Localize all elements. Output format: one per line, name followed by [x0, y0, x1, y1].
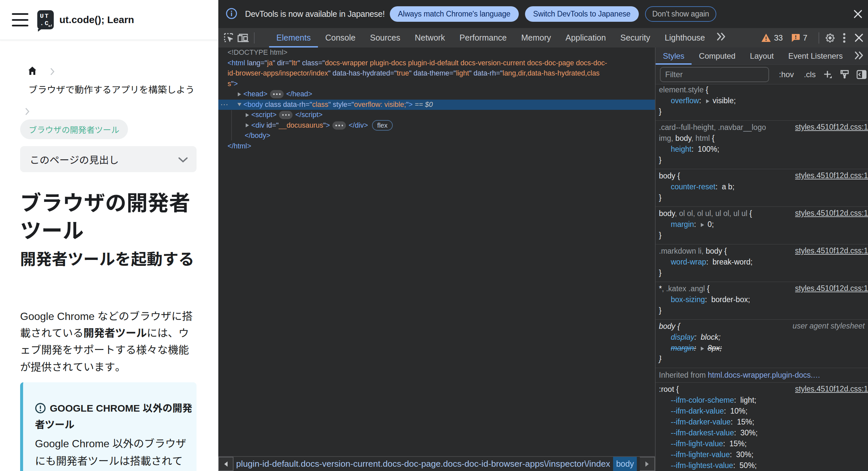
dom-node[interactable]: id-browser-apps/inspector/index" data-ha… [218, 68, 655, 79]
warnings-count[interactable]: 33 [761, 33, 783, 42]
sidebar-tab-layout[interactable]: Layout [743, 48, 781, 65]
dom-node[interactable]: <head></head> [218, 89, 655, 100]
devtools-tab-lighthouse[interactable]: Lighthouse [657, 28, 712, 48]
menu-button[interactable] [12, 13, 28, 26]
expand-arrow-icon[interactable] [243, 123, 251, 127]
issues-count[interactable]: 7 [791, 33, 807, 42]
settings-gear-icon[interactable] [823, 31, 837, 45]
device-toolbar-icon[interactable] [236, 31, 251, 45]
dom-node[interactable]: s"> [218, 79, 655, 89]
devtools-tab-performance[interactable]: Performance [452, 28, 514, 48]
stylesheet-link[interactable]: styles.4510f12d.css:1 [795, 123, 868, 132]
doc-content: ブラウザで動作するアプリを構築しよう ブラウザの開発者ツール このページの見出し… [0, 0, 218, 471]
sidebar-more-tabs-icon[interactable] [854, 52, 864, 61]
style-rule: styles.4510f12d.css:1.card--full-height,… [656, 121, 868, 169]
devtools-tab-network[interactable]: Network [408, 28, 453, 48]
dom-node[interactable]: </body> [218, 131, 655, 141]
stylesheet-link[interactable]: styles.4510f12d.css:1 [795, 209, 868, 218]
collapsed-content-icon[interactable] [270, 90, 284, 98]
infobar-close-icon[interactable] [854, 9, 862, 20]
css-declaration[interactable]: --ifm-light-value: 15%; [656, 438, 868, 449]
style-rule: element.style {overflow: visible;} [656, 85, 868, 121]
shorthand-expand-icon[interactable] [701, 223, 704, 227]
crumb-scroll-left-button[interactable] [218, 457, 234, 471]
css-declaration[interactable]: --ifm-color-scheme: light; [656, 395, 868, 406]
dom-node[interactable]: <!DOCTYPE html> [218, 48, 655, 58]
collapsed-content-icon[interactable] [279, 111, 292, 119]
stylesheet-link[interactable]: styles.4510f12d.css:1 [795, 385, 868, 394]
style-rules: element.style {overflow: visible;}styles… [656, 85, 868, 471]
rule-selector[interactable]: img, body, html { [656, 133, 868, 144]
sidebar-tab-event-listeners[interactable]: Event Listeners [781, 48, 850, 65]
devtools-close-icon[interactable] [851, 31, 866, 45]
styles-filter-input[interactable] [660, 67, 769, 82]
breadcrumb-home-link[interactable] [28, 66, 37, 77]
collapsed-content-icon[interactable] [333, 121, 346, 130]
stylesheet-link[interactable]: styles.4510f12d.css:1 [795, 246, 868, 255]
css-declaration[interactable]: --ifm-dark-value: 10%; [656, 406, 868, 416]
dom-node[interactable]: </html> [218, 141, 655, 152]
node-menu-handle[interactable]: ⋯ [220, 100, 228, 109]
infobar-button-2[interactable]: Don't show again [645, 6, 717, 22]
css-declaration[interactable]: box-sizing: border-box; [656, 294, 868, 305]
sidebar-tab-computed[interactable]: Computed [691, 48, 743, 65]
css-declaration[interactable]: overflow: visible; [656, 95, 868, 106]
sidebar-tab-styles[interactable]: Styles [656, 48, 691, 65]
stylesheet-link[interactable]: styles.4510f12d.css:1 [795, 171, 868, 180]
toggle-hov[interactable]: :hov [779, 70, 794, 79]
browser-screen: UT .C ut.code(); Learn ブラウザで動作するアプリを構築しよ… [0, 0, 868, 471]
css-declaration[interactable]: --ifm-lightest-value: 50%; [656, 460, 868, 471]
toc-collapse-button[interactable]: このページの見出し [20, 146, 196, 172]
devtools-tab-sources[interactable]: Sources [363, 28, 408, 48]
breadcrumb-item-parent[interactable]: ブラウザで動作するアプリを構築しよう [28, 83, 194, 97]
infobar-button-1[interactable]: Switch DevTools to Japanese [525, 6, 639, 22]
expand-arrow-icon[interactable] [236, 103, 243, 106]
devtools-tab-console[interactable]: Console [318, 28, 363, 48]
devtools-tab-application[interactable]: Application [558, 28, 613, 48]
rule-closing-brace: } [656, 155, 868, 165]
crumb-scroll-right-button[interactable] [640, 457, 655, 471]
menu-dots-icon[interactable] [837, 31, 851, 45]
dom-node[interactable]: <div id="__docusaurus"></div>flex [218, 120, 655, 131]
infobar-button-0[interactable]: Always match Chrome's language [390, 6, 519, 22]
css-declaration[interactable]: height: 100%; [656, 144, 868, 155]
css-declaration[interactable]: --ifm-lighter-value: 30%; [656, 449, 868, 460]
crumb-body-element[interactable]: body [613, 457, 637, 471]
toggle-cls[interactable]: .cls [804, 70, 815, 79]
elements-panel: <!DOCTYPE html><html lang="ja" dir="ltr"… [218, 48, 655, 471]
toggle-sidebar-icon[interactable] [857, 70, 867, 79]
css-declaration[interactable]: --ifm-darkest-value: 30%; [656, 428, 868, 438]
shorthand-expand-icon[interactable] [701, 347, 704, 351]
site-logo[interactable]: UT .C [37, 10, 54, 29]
dom-node[interactable]: <script></script> [218, 110, 655, 120]
css-declaration[interactable]: margin: 0; [656, 219, 868, 230]
shorthand-expand-icon[interactable] [706, 99, 709, 103]
css-declaration[interactable]: word-wrap: break-word; [656, 257, 868, 268]
home-icon[interactable] [28, 66, 37, 75]
expand-arrow-icon[interactable] [243, 113, 251, 117]
stylesheet-link[interactable]: styles.4510f12d.css:1 [795, 284, 868, 293]
intro-paragraph: Google Chrome などのブラウザに搭載されている開発者ツールには、ウェ… [20, 308, 193, 376]
devtools-tab-security[interactable]: Security [613, 28, 657, 48]
rendering-emulation-icon[interactable] [840, 70, 849, 80]
css-declaration[interactable]: counter-reset: a b; [656, 181, 868, 192]
more-tabs-icon[interactable] [712, 33, 730, 43]
inspect-element-icon[interactable] [222, 31, 236, 45]
expand-arrow-icon[interactable] [236, 92, 243, 96]
rule-selector[interactable]: element.style { [656, 85, 868, 95]
devtools-tab-elements[interactable]: Elements [269, 28, 318, 48]
dom-node[interactable]: <html lang="ja" dir="ltr" class="docs-wr… [218, 58, 655, 69]
inherited-element-link[interactable]: html.docs-wrapper.plugin-docs.… [708, 371, 820, 380]
devtools-tabbar: ElementsConsoleSourcesNetworkPerformance… [218, 28, 868, 48]
dom-node-selected[interactable]: ⋯<body class data-rh="class" style="over… [218, 100, 655, 110]
css-declaration[interactable]: --ifm-darker-value: 15%; [656, 416, 868, 428]
site-title[interactable]: ut.code(); Learn [59, 14, 134, 25]
flex-adorner-badge[interactable]: flex [372, 120, 393, 131]
css-declaration[interactable]: display: block; [656, 332, 868, 343]
crumb-html-element[interactable]: plugin-id-default.docs-version-current.d… [234, 457, 610, 471]
rule-closing-brace: } [656, 230, 868, 241]
styles-sidebar: StylesComputedLayoutEvent Listeners :hov… [655, 48, 868, 471]
new-style-rule-icon[interactable] [823, 70, 833, 80]
css-declaration[interactable]: margin: 8px; [656, 343, 868, 353]
devtools-tab-memory[interactable]: Memory [514, 28, 558, 48]
